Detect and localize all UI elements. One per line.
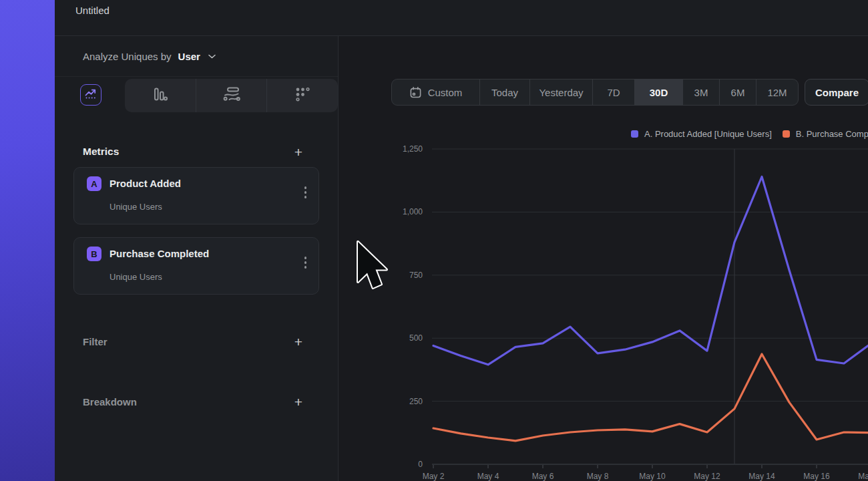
metric-name: Purchase Completed [110, 248, 209, 259]
analyze-by-dropdown[interactable]: User [178, 51, 200, 62]
y-axis-tick-label: 0 [418, 460, 423, 469]
range-button-today[interactable]: Today [479, 79, 529, 105]
page-gradient-strip [0, 0, 55, 481]
x-axis-tick-label: May 16 [803, 472, 830, 481]
line-chart-icon [85, 88, 97, 102]
metrics-section: Metrics + AProduct AddedUnique UsersBPur… [73, 136, 319, 307]
legend-label: B. Purchase Completed [Unique Users] [796, 129, 868, 139]
y-axis-tick-label: 1,000 [403, 207, 423, 216]
x-axis-tick-label: May 8 [587, 472, 609, 481]
y-axis-tick-label: 750 [409, 271, 423, 280]
legend-item[interactable]: B. Purchase Completed [Unique Users] [783, 129, 868, 139]
analyze-by-label: Analyze Uniques by [83, 51, 172, 62]
x-axis-tick-label: May 10 [639, 472, 666, 481]
range-button-label: 7D [607, 87, 620, 98]
x-axis-tick-label: May 12 [694, 472, 720, 481]
kebab-menu-icon[interactable] [303, 185, 308, 200]
add-filter-button[interactable]: + [292, 335, 305, 348]
range-button-label: Today [491, 87, 518, 98]
range-button-label: 3M [694, 87, 708, 98]
retention-grid-icon [294, 86, 310, 105]
range-button-label: 12M [767, 87, 787, 98]
calendar-icon [409, 86, 422, 99]
range-button-custom[interactable]: Custom [392, 79, 479, 105]
range-button-12m[interactable]: 12M [756, 79, 798, 105]
metric-card-purchase-completed[interactable]: BPurchase CompletedUnique Users [73, 237, 319, 295]
range-button-label: 30D [650, 87, 668, 98]
metric-card-product-added[interactable]: AProduct AddedUnique Users [73, 167, 319, 224]
metric-measure: Unique Users [110, 272, 162, 282]
filter-title: Filter [83, 336, 107, 347]
x-axis-tick-label: May 6 [532, 472, 554, 481]
tab-line-chart[interactable] [80, 84, 101, 106]
chevron-down-icon[interactable] [208, 54, 216, 59]
range-button-yesterday[interactable]: Yesterday [529, 79, 592, 105]
add-metric-button[interactable]: + [292, 145, 305, 158]
analyze-by-row: Analyze Uniques by User [55, 36, 338, 77]
legend-swatch [783, 130, 790, 138]
legend-swatch [631, 130, 638, 138]
date-range-selector: CustomTodayYesterday7D30D3M6M12M [391, 79, 799, 106]
x-axis-tick-label: May 4 [477, 472, 499, 481]
chart-type-tabs [55, 79, 338, 112]
tab-retention-grid[interactable] [266, 79, 338, 112]
legend-label: A. Product Added [Unique Users] [644, 129, 772, 139]
metric-card-list: AProduct AddedUnique UsersBPurchase Comp… [73, 167, 319, 295]
range-button-label: Yesterday [539, 87, 583, 98]
breakdown-title: Breakdown [83, 396, 137, 408]
query-sidebar: Analyze Uniques by User [55, 36, 339, 481]
report-title[interactable]: Untitled [75, 5, 110, 16]
y-axis-tick-label: 1,250 [403, 144, 423, 154]
tab-flow[interactable] [196, 79, 267, 112]
kebab-menu-icon[interactable] [303, 255, 308, 270]
metrics-header: Metrics + [73, 136, 319, 167]
bar-chart-icon [152, 86, 168, 105]
range-button-7d[interactable]: 7D [592, 79, 634, 105]
series-line-product-added [433, 177, 868, 365]
y-axis-tick-label: 250 [409, 397, 423, 406]
y-axis-tick-label: 500 [409, 333, 423, 343]
chart-panel: CustomTodayYesterday7D30D3M6M12M Compare… [339, 36, 868, 481]
x-axis-tick-label: May 2 [423, 472, 445, 481]
x-axis-tick-label: May 18 [858, 472, 868, 481]
tab-bar-chart[interactable] [125, 79, 196, 112]
range-button-6m[interactable]: 6M [719, 79, 756, 105]
metric-name: Product Added [110, 178, 181, 189]
range-button-label: Custom [428, 87, 463, 98]
breakdown-section: Breakdown + [55, 390, 338, 413]
legend-item[interactable]: A. Product Added [Unique Users] [631, 129, 772, 139]
metrics-title: Metrics [83, 146, 119, 158]
range-button-label: 6M [731, 87, 745, 98]
flow-icon [223, 86, 240, 105]
compare-button[interactable]: Compare [805, 79, 868, 106]
series-line-purchase-completed [433, 354, 868, 441]
metric-measure: Unique Users [110, 202, 162, 212]
metric-letter-badge: A [87, 176, 101, 191]
line-chart[interactable]: 02505007501,0001,250May 2May 4May 6May 8… [339, 140, 868, 481]
chart-type-tab-group [125, 79, 338, 112]
filter-section: Filter + [55, 330, 338, 353]
top-bar: Untitled [55, 0, 868, 36]
chart-legend: A. Product Added [Unique Users]B. Purcha… [631, 129, 868, 139]
metric-letter-badge: B [87, 247, 101, 261]
range-button-30d[interactable]: 30D [634, 79, 682, 105]
x-axis-tick-label: May 14 [748, 472, 775, 481]
range-button-3m[interactable]: 3M [682, 79, 719, 105]
add-breakdown-button[interactable]: + [292, 395, 305, 408]
